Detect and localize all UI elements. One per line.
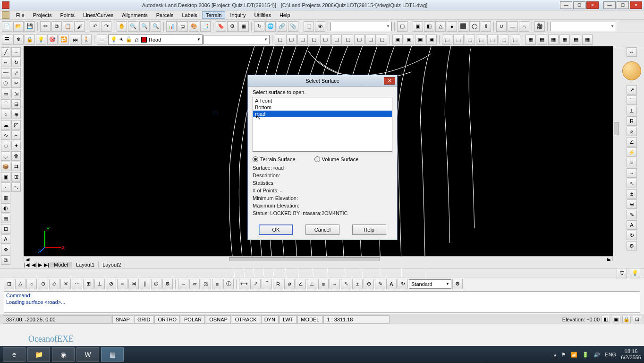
status-scale[interactable]: 1 : 3311.18 bbox=[323, 315, 390, 324]
layer-prev-button[interactable]: ⏮ bbox=[70, 35, 80, 45]
tray-flag-icon[interactable]: ⚑ bbox=[561, 352, 566, 358]
hatch-button[interactable]: ▦ bbox=[1, 193, 10, 202]
dim2-edit[interactable]: ✎ bbox=[375, 279, 385, 289]
menu-points[interactable]: Points bbox=[56, 11, 78, 19]
status-model[interactable]: MODEL bbox=[297, 315, 322, 324]
vertical-scrollbar[interactable] bbox=[613, 46, 619, 268]
render-button[interactable]: 🎥 bbox=[534, 21, 545, 32]
status-lock[interactable]: 🔒 bbox=[622, 316, 631, 323]
explode-button[interactable]: ✦ bbox=[11, 141, 21, 150]
region-button[interactable]: ▤ bbox=[1, 214, 10, 223]
status-osnap[interactable]: OSNAP bbox=[206, 315, 231, 324]
dim2-linear[interactable]: ⟷ bbox=[239, 279, 249, 289]
status-pickbox[interactable]: ◧ bbox=[602, 316, 610, 323]
save-button[interactable]: 💾 bbox=[25, 21, 35, 32]
osnap-midpoint[interactable]: △ bbox=[15, 279, 25, 289]
osnap-insertion[interactable]: ⊞ bbox=[83, 279, 93, 289]
osnap-extension[interactable]: ⋯ bbox=[72, 279, 82, 289]
layer-walk-button[interactable]: 🚶 bbox=[81, 35, 92, 45]
child-maximize-button[interactable]: ☐ bbox=[617, 1, 629, 9]
dim-radius-button[interactable]: R bbox=[627, 116, 637, 126]
layer-lock-button[interactable]: 🔒 bbox=[25, 35, 35, 45]
dim-linear-button[interactable]: ↔ bbox=[627, 47, 637, 57]
terrain-btn-10[interactable]: ▢ bbox=[377, 35, 387, 45]
mtext-button[interactable]: A bbox=[1, 234, 10, 244]
view-btn-3[interactable]: ⬚ bbox=[465, 35, 475, 45]
scale-button[interactable]: ⤢ bbox=[11, 68, 21, 78]
view-btn-5[interactable]: ⬚ bbox=[487, 35, 498, 45]
osnap-parallel[interactable]: ∥ bbox=[140, 279, 150, 289]
markup-button[interactable]: 🔖 bbox=[216, 21, 226, 32]
osnap-quadrant[interactable]: ◇ bbox=[49, 279, 59, 289]
inq-dist-button[interactable]: ↔ bbox=[178, 279, 188, 289]
rectangle-button[interactable]: ▭ bbox=[1, 89, 10, 98]
box-button[interactable]: ▢ bbox=[397, 21, 407, 32]
dim-angular-button[interactable]: ∠ bbox=[627, 137, 637, 147]
globe-button[interactable]: 🌐 bbox=[265, 21, 276, 32]
revcloud-button[interactable]: ☁ bbox=[1, 120, 10, 130]
dim2-aligned[interactable]: ↗ bbox=[250, 279, 261, 289]
status-dyn[interactable]: DYN bbox=[261, 315, 279, 324]
ok-button[interactable]: OK bbox=[259, 225, 293, 235]
3d-orbit-icon[interactable] bbox=[622, 61, 641, 80]
polygon-button[interactable]: ⬠ bbox=[1, 78, 10, 88]
minimize-button[interactable]: — bbox=[560, 1, 572, 9]
menu-alignments[interactable]: Alignments bbox=[118, 11, 151, 19]
tab-layout1[interactable]: Layout1 bbox=[72, 262, 99, 268]
list-item-allcont[interactable]: All cont bbox=[253, 97, 392, 104]
undo-button[interactable]: ↶ bbox=[90, 21, 100, 32]
gradient-button[interactable]: ◐ bbox=[1, 203, 10, 213]
taskbar-landdesktop[interactable]: ▦ bbox=[101, 347, 124, 362]
view-btn-1[interactable]: ⬚ bbox=[442, 35, 452, 45]
tray-volume-icon[interactable]: 🔊 bbox=[593, 352, 600, 358]
tray-lang[interactable]: ENG bbox=[605, 352, 616, 357]
copy-obj-button[interactable]: ⧉ bbox=[1, 255, 10, 265]
view-btn-2[interactable]: ⬚ bbox=[453, 35, 464, 45]
layer-manager-button[interactable]: ☰ bbox=[2, 35, 12, 45]
3d-box-button[interactable]: ▣ bbox=[413, 21, 423, 32]
taskbar-explorer[interactable]: 📁 bbox=[27, 347, 50, 362]
status-lwt[interactable]: LWT bbox=[280, 315, 297, 324]
tab-nav-last[interactable]: ▶| bbox=[43, 262, 50, 268]
zoom-window-button[interactable]: 🔍 bbox=[139, 21, 150, 32]
properties-button[interactable]: 📊 bbox=[166, 21, 177, 32]
menu-file[interactable]: File bbox=[12, 11, 28, 19]
dim2-leader[interactable]: ↖ bbox=[341, 279, 351, 289]
taskbar-ie[interactable]: e bbox=[3, 347, 25, 362]
tool-palettes-button[interactable]: 🎨 bbox=[189, 21, 199, 32]
dim-style-button[interactable]: ⚙ bbox=[627, 241, 637, 251]
visual-style-combo[interactable] bbox=[550, 22, 616, 31]
menu-projects[interactable]: Projects bbox=[29, 11, 56, 19]
osnap-center[interactable]: ○ bbox=[26, 279, 37, 289]
command-line[interactable]: Command: Loading surface <road>... bbox=[4, 291, 640, 313]
redo-button[interactable]: ↷ bbox=[101, 21, 111, 32]
dim2-angular[interactable]: ∠ bbox=[296, 279, 306, 289]
view-btn-6[interactable]: ⬚ bbox=[499, 35, 509, 45]
status-annotation[interactable]: ▣ bbox=[612, 316, 620, 323]
dialog-titlebar[interactable]: Select Surface ✕ bbox=[248, 75, 397, 86]
osnap-endpoint[interactable]: ⊡ bbox=[4, 279, 14, 289]
refedit-btn-5[interactable]: ▦ bbox=[571, 35, 581, 45]
menu-utilities[interactable]: Utilities bbox=[250, 11, 274, 19]
dim-leader-button[interactable]: ↖ bbox=[627, 179, 637, 188]
menu-labels[interactable]: Labels bbox=[178, 11, 201, 19]
solids-btn-4[interactable]: ▣ bbox=[426, 35, 437, 45]
point-button[interactable]: · bbox=[1, 182, 10, 192]
communication-button[interactable]: 🗨 bbox=[617, 268, 627, 278]
terrain-btn-8[interactable]: ▢ bbox=[354, 35, 364, 45]
3d-wedge-button[interactable]: ◧ bbox=[424, 21, 434, 32]
layer-combo[interactable]: 💡 ☀ 🔓 🖨 Road bbox=[108, 35, 203, 45]
menu-parcels[interactable]: Parcels bbox=[153, 11, 178, 19]
stretch-button[interactable]: ↔ bbox=[11, 47, 21, 57]
tab-nav-prev[interactable]: ◀ bbox=[30, 262, 37, 268]
inq-list-button[interactable]: ≡ bbox=[212, 279, 222, 289]
status-grid[interactable]: GRID bbox=[134, 315, 154, 324]
refedit-btn-4[interactable]: ▦ bbox=[559, 35, 570, 45]
refresh-button[interactable]: ↻ bbox=[254, 21, 264, 32]
dim-aligned-button[interactable]: ↗ bbox=[627, 85, 637, 95]
child-close-button[interactable]: ✕ bbox=[630, 1, 642, 9]
table-button[interactable]: ⊞ bbox=[1, 224, 10, 233]
pan-button[interactable]: ✋ bbox=[117, 21, 127, 32]
tray-battery-icon[interactable]: 🔋 bbox=[582, 352, 589, 358]
line-button[interactable]: ╱ bbox=[1, 47, 10, 57]
